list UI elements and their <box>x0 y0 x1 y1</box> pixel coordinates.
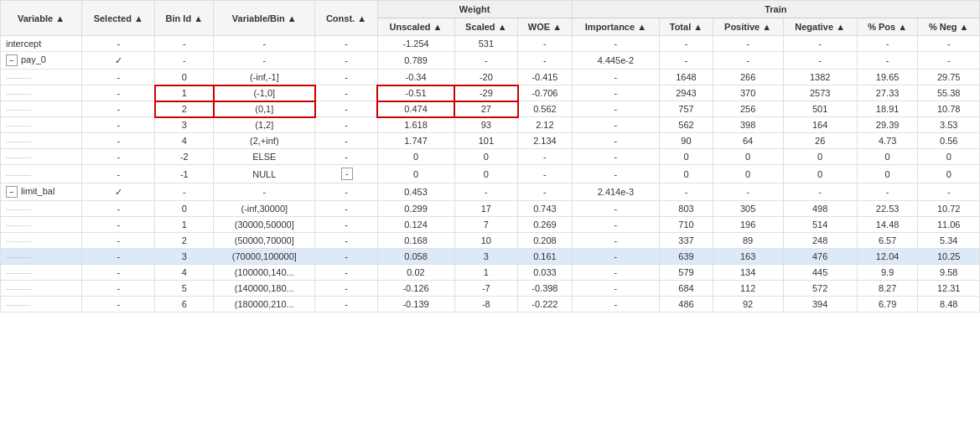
cell-const: - <box>315 101 377 117</box>
cell-selected: - <box>81 133 155 149</box>
cell-const: - <box>315 281 377 297</box>
col-ppos[interactable]: % Pos ▲ <box>857 18 918 36</box>
cell-negative: 445 <box>783 265 857 281</box>
cell-const: - <box>315 133 377 149</box>
dash-line: ---------- <box>6 253 31 261</box>
cell-negative: - <box>783 183 857 201</box>
cell-woe: -0.398 <box>518 281 573 297</box>
cell-var-bin: (-inf,-1] <box>214 70 315 85</box>
col-const[interactable]: Const. ▲ <box>315 1 377 36</box>
table-row: −pay_0✓---0.789--4.445e-2----- <box>1 52 980 70</box>
dash-line: ---------- <box>6 221 31 230</box>
cell-woe: - <box>518 183 573 201</box>
cell-variable: ---------- <box>1 149 82 165</box>
cell-unscaled: 0.124 <box>377 217 454 233</box>
cell-positive: 64 <box>713 133 783 149</box>
cell-scaled: 101 <box>454 133 518 149</box>
cell-positive: 370 <box>713 85 783 101</box>
cell-pneg: 5.34 <box>918 233 980 249</box>
cell-woe: - <box>518 52 573 70</box>
table-row: −limit_bal✓---0.453--2.414e-3----- <box>1 183 980 201</box>
cell-selected: - <box>81 117 155 133</box>
dash-line: ---------- <box>6 74 31 82</box>
table-row: -----------0(-inf,30000]-0.299170.743-80… <box>1 201 980 217</box>
cell-scaled: -7 <box>454 281 518 297</box>
cell-pneg: 10.78 <box>918 101 980 117</box>
cell-positive: - <box>713 36 783 52</box>
group-header-row: Variable ▲ Selected ▲ Bin Id ▲ Variable/… <box>1 1 980 18</box>
cell-woe: 0.269 <box>518 217 573 233</box>
cell-unscaled: 0.058 <box>377 249 454 265</box>
cell-ppos: 27.33 <box>857 85 918 101</box>
dash-line: ---------- <box>6 237 31 245</box>
col-unscaled[interactable]: Unscaled ▲ <box>377 18 454 36</box>
table-row: -----------2(0,1]-0.474270.562-757256501… <box>1 101 980 117</box>
col-variable[interactable]: Variable ▲ <box>1 1 82 36</box>
cell-scaled: -8 <box>454 297 518 312</box>
col-selected[interactable]: Selected ▲ <box>81 1 155 36</box>
cell-var-bin: NULL <box>214 165 315 183</box>
dash-line: ---------- <box>6 301 31 309</box>
cell-variable: intercept <box>1 36 82 52</box>
cell-scaled: 27 <box>454 101 518 117</box>
cell-total: 684 <box>660 281 713 297</box>
cell-bin-id: -1 <box>155 165 214 183</box>
cell-total: - <box>660 183 713 201</box>
cell-woe: 0.161 <box>518 249 573 265</box>
cell-selected: - <box>81 217 155 233</box>
cell-total: 639 <box>660 249 713 265</box>
cell-unscaled: 0.453 <box>377 183 454 201</box>
cell-var-bin: (140000,180... <box>214 281 315 297</box>
cell-negative: 514 <box>783 217 857 233</box>
weight-group-header: Weight <box>377 1 572 18</box>
col-positive[interactable]: Positive ▲ <box>713 18 783 36</box>
cell-scaled: 17 <box>454 201 518 217</box>
table-row: ------------2ELSE-00--00000 <box>1 149 980 165</box>
cell-woe: -0.706 <box>518 85 573 101</box>
cell-importance: - <box>572 117 660 133</box>
cell-selected: - <box>81 165 155 183</box>
cell-negative: 26 <box>783 133 857 149</box>
col-woe[interactable]: WOE ▲ <box>518 18 573 36</box>
cell-total: 0 <box>660 165 713 183</box>
col-negative[interactable]: Negative ▲ <box>783 18 857 36</box>
cell-negative: 572 <box>783 281 857 297</box>
cell-bin-id: 2 <box>155 233 214 249</box>
cell-scaled: 93 <box>454 117 518 133</box>
cell-pneg: 10.72 <box>918 201 980 217</box>
cell-var-bin: - <box>214 183 315 201</box>
col-pneg[interactable]: % Neg ▲ <box>918 18 980 36</box>
collapse-button[interactable]: − <box>6 186 18 198</box>
cell-total: 757 <box>660 101 713 117</box>
cell-negative: 501 <box>783 101 857 117</box>
col-binid[interactable]: Bin Id ▲ <box>155 1 214 36</box>
cell-variable: ---------- <box>1 70 82 85</box>
cell-pneg: 3.53 <box>918 117 980 133</box>
cell-positive: 112 <box>713 281 783 297</box>
cell-selected: - <box>81 70 155 85</box>
cell-ppos: 6.79 <box>857 297 918 312</box>
cell-total: 562 <box>660 117 713 133</box>
cell-positive: 0 <box>713 149 783 165</box>
cell-importance: - <box>572 36 660 52</box>
col-total[interactable]: Total ▲ <box>660 18 713 36</box>
table-row: -----------6(180000,210...--0.139-8-0.22… <box>1 297 980 312</box>
col-varbin[interactable]: Variable/Bin ▲ <box>214 1 315 36</box>
cell-ppos: 29.39 <box>857 117 918 133</box>
col-importance[interactable]: Importance ▲ <box>572 18 660 36</box>
cell-importance: - <box>572 265 660 281</box>
cell-selected: - <box>81 233 155 249</box>
cell-pneg: 29.75 <box>918 70 980 85</box>
table-row: -----------4(2,+inf)-1.7471012.134-90642… <box>1 133 980 149</box>
dash-line: ---------- <box>6 205 31 214</box>
cell-importance: - <box>572 201 660 217</box>
cell-negative: 498 <box>783 201 857 217</box>
col-scaled[interactable]: Scaled ▲ <box>454 18 518 36</box>
cell-unscaled: 0.299 <box>377 201 454 217</box>
add-button[interactable]: - <box>341 168 352 180</box>
cell-unscaled: 0 <box>377 165 454 183</box>
collapse-button[interactable]: − <box>6 54 18 66</box>
cell-positive: - <box>713 52 783 70</box>
cell-ppos: 0 <box>857 165 918 183</box>
cell-positive: 256 <box>713 101 783 117</box>
